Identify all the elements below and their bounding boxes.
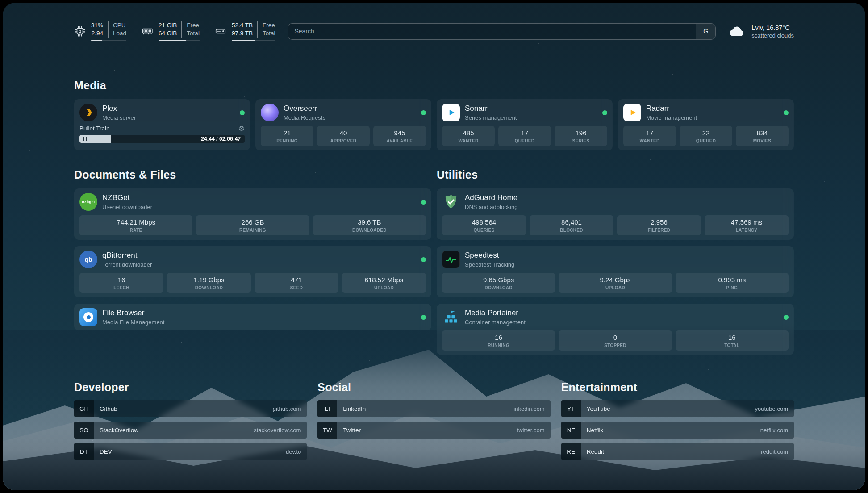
section-title-developer: Developer <box>74 381 307 394</box>
weather-widget: Lviv, 16.87°C scattered clouds <box>728 22 794 40</box>
cpu-progress-fill <box>91 40 102 41</box>
bookmark-abbr: DT <box>74 443 94 460</box>
status-dot <box>421 315 426 320</box>
card-overseerr[interactable]: Overseerr Media Requests 21 PENDING 40 A… <box>255 99 431 150</box>
stat-remaining: 266 GB REMAINING <box>196 215 309 235</box>
stat-queued: 22 QUEUED <box>680 126 732 146</box>
disk-widget: 52.4 TB 97.9 TB Free Total <box>215 21 275 41</box>
disk-progress-bar <box>232 40 275 41</box>
search-bar: G <box>288 23 716 40</box>
card-adguard[interactable]: AdGuard Home DNS and adblocking 498,564 … <box>437 188 794 240</box>
stat-running: 16 RUNNING <box>442 330 555 351</box>
search-input[interactable] <box>288 24 696 39</box>
card-plex[interactable]: Plex Media server Bullet Train ⚙ <box>74 99 250 150</box>
section-title-entertainment: Entertainment <box>561 381 794 394</box>
plex-now-playing: Bullet Train ⚙ 24:44 / 02:06:47 <box>79 125 245 143</box>
service-name: Radarr <box>646 104 697 113</box>
service-name: qBittorrent <box>102 251 152 260</box>
now-playing-title: Bullet Train <box>79 125 110 132</box>
cpu-widget: 31% 2.94 CPU Load <box>74 21 126 41</box>
cpu-icon <box>74 25 86 37</box>
search-provider-button[interactable]: G <box>696 24 715 39</box>
service-name: Overseerr <box>284 104 326 113</box>
pause-icon[interactable] <box>83 137 87 141</box>
memory-widget: 21 GiB 64 GiB Free Total <box>142 21 200 41</box>
section-utilities: Utilities AdGu <box>437 168 794 355</box>
gear-icon[interactable]: ⚙ <box>239 125 245 132</box>
card-qbittorrent[interactable]: qb qBittorrent Torrent downloader 16 LEE… <box>74 246 431 297</box>
stat-upload: 9.24 Gbps UPLOAD <box>559 273 672 293</box>
section-documents: Documents & Files nzbget NZBGet Usenet d… <box>74 168 431 355</box>
status-dot <box>421 200 426 205</box>
bookmark-linkedin[interactable]: LI LinkedIn linkedin.com <box>317 400 550 417</box>
bookmark-stackoverflow[interactable]: SO StackOverflow stackoverflow.com <box>74 422 307 439</box>
bookmark-url: twitter.com <box>517 427 545 434</box>
top-bar: 31% 2.94 CPU Load <box>74 20 794 43</box>
status-dot <box>784 110 789 115</box>
bookmark-name: StackOverflow <box>100 427 138 434</box>
weather-condition: scattered clouds <box>751 32 794 39</box>
bookmark-name: YouTube <box>587 405 610 412</box>
service-description: Media Requests <box>284 114 326 121</box>
memory-total-value: 64 GiB <box>159 29 177 38</box>
disk-total-value: 97.9 TB <box>232 29 253 38</box>
top-bar-divider <box>74 53 794 53</box>
disk-icon <box>215 25 226 37</box>
bookmark-name: LinkedIn <box>343 405 366 412</box>
service-name: AdGuard Home <box>465 193 518 202</box>
service-description: Movie management <box>646 114 697 121</box>
bookmark-abbr: LI <box>317 400 337 417</box>
disk-progress-fill <box>232 40 255 41</box>
bookmark-abbr: GH <box>74 400 94 417</box>
bookmark-netflix[interactable]: NF Netflix netflix.com <box>561 422 794 439</box>
card-speedtest[interactable]: Speedtest Speedtest Tracking 9.65 Gbps D… <box>437 246 794 297</box>
card-portainer[interactable]: Media Portainer Container management 16 … <box>437 304 794 355</box>
bookmark-dev[interactable]: DT DEV dev.to <box>74 443 307 460</box>
bookmark-abbr: RE <box>561 443 581 460</box>
stat-latency: 47.569 ms LATENCY <box>705 215 789 235</box>
bookmark-abbr: TW <box>317 422 337 439</box>
playback-time: 24:44 / 02:06:47 <box>201 136 241 142</box>
disk-free-value: 52.4 TB <box>232 21 253 29</box>
stat-rate: 744.21 Mbps RATE <box>79 215 192 235</box>
service-name: Sonarr <box>465 104 517 113</box>
bookmark-reddit[interactable]: RE Reddit reddit.com <box>561 443 794 460</box>
card-nzbget[interactable]: nzbget NZBGet Usenet downloader 744.21 M… <box>74 188 431 240</box>
stat-download: 9.65 Gbps DOWNLOAD <box>442 273 555 293</box>
memory-total-label: Total <box>187 29 200 38</box>
section-media: Media Plex Media server <box>74 79 794 150</box>
bookmark-youtube[interactable]: YT YouTube youtube.com <box>561 400 794 417</box>
bookmark-name: Reddit <box>587 448 604 455</box>
bookmark-url: github.com <box>273 405 301 412</box>
service-description: Speedtest Tracking <box>465 261 514 268</box>
section-entertainment: Entertainment YT YouTube youtube.com NF … <box>561 381 794 460</box>
nzbget-icon: nzbget <box>79 193 97 211</box>
stat-queued: 17 QUEUED <box>498 126 551 146</box>
bookmark-twitter[interactable]: TW Twitter twitter.com <box>317 422 550 439</box>
bookmark-github[interactable]: GH Github github.com <box>74 400 307 417</box>
service-description: Torrent downloader <box>102 261 152 268</box>
service-name: File Browser <box>102 309 164 318</box>
cpu-progress-bar <box>91 40 126 41</box>
status-dot <box>421 110 426 115</box>
resource-widgets: 31% 2.94 CPU Load <box>74 21 275 41</box>
status-dot <box>784 315 789 320</box>
card-sonarr[interactable]: Sonarr Series management 485 WANTED 17 Q… <box>437 99 613 150</box>
service-description: Usenet downloader <box>102 204 152 210</box>
status-dot <box>421 257 426 262</box>
card-radarr[interactable]: Radarr Movie management 17 WANTED 22 QUE… <box>618 99 794 150</box>
card-filebrowser[interactable]: File Browser Media File Management <box>74 304 431 330</box>
service-description: DNS and adblocking <box>465 204 518 210</box>
playback-progress-bar[interactable]: 24:44 / 02:06:47 <box>79 135 245 143</box>
bookmark-name: Twitter <box>343 427 361 434</box>
section-title-media: Media <box>74 79 794 92</box>
bookmark-abbr: YT <box>561 400 581 417</box>
service-description: Series management <box>465 114 517 121</box>
cpu-usage-label: CPU <box>113 21 126 29</box>
stat-queries: 498,564 QUERIES <box>442 215 526 235</box>
service-name: NZBGet <box>102 193 152 202</box>
plex-icon <box>79 104 97 121</box>
stat-wanted: 485 WANTED <box>442 126 495 146</box>
stat-approved: 40 APPROVED <box>317 126 370 146</box>
stat-series: 196 SERIES <box>555 126 607 146</box>
